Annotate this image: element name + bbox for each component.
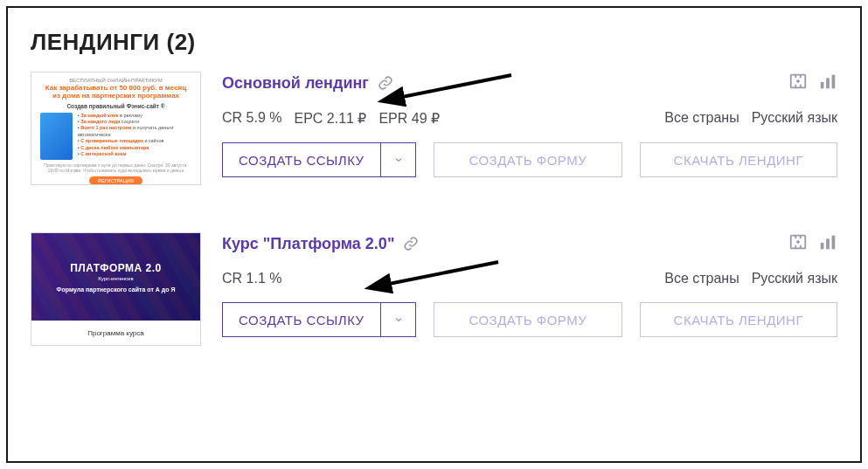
stats-icon[interactable] xyxy=(818,232,837,255)
download-landing-button[interactable]: СКАЧАТЬ ЛЕНДИНГ xyxy=(640,302,837,337)
thumb-pretitle: БЕСПЛАТНЫЙ ОНЛАЙН-ПРАКТИКУМ xyxy=(40,78,191,83)
thumb-footnote: Практикум по партнеркам с нуля до первых… xyxy=(40,162,191,173)
svg-rect-5 xyxy=(821,243,824,249)
link-icon[interactable] xyxy=(403,236,419,252)
thumb-title: ПЛАТФОРМА 2.0 xyxy=(70,262,162,274)
svg-rect-6 xyxy=(826,238,830,249)
thumb-lower: Программа курса xyxy=(31,321,200,345)
tag-countries: Все страны xyxy=(664,271,739,286)
metric-epr: EPR 49 ₽ xyxy=(378,110,440,127)
chevron-down-icon[interactable] xyxy=(380,303,415,336)
tag-language: Русский язык xyxy=(752,110,837,126)
create-form-button[interactable]: СОЗДАТЬ ФОРМУ xyxy=(434,142,622,177)
landing-title-link[interactable]: Основной лендинг xyxy=(222,74,369,93)
thumb-cta: РЕГИСТРАЦИЯ xyxy=(89,176,142,185)
metric-epc: EPC 2.11 ₽ xyxy=(294,110,366,127)
thumb-sub: Курс-интенсив xyxy=(98,276,133,281)
page-title: ЛЕНДИНГИ (2) xyxy=(31,29,837,56)
thumb-subhead: Создав правильный Фэнис-сайт ® xyxy=(40,103,191,109)
thumb-bullets: • За каждый клик в рекламу • За каждого … xyxy=(78,113,191,160)
metric-cr: CR 5.9 % xyxy=(222,110,281,127)
create-link-button[interactable]: СОЗДАТЬ ССЫЛКУ xyxy=(222,302,416,337)
landing-thumbnail[interactable]: ПЛАТФОРМА 2.0 Курс-интенсив Формула парт… xyxy=(31,232,201,346)
svg-rect-1 xyxy=(821,82,824,88)
metric-cr: CR 1.1 % xyxy=(222,271,281,286)
create-form-button[interactable]: СОЗДАТЬ ФОРМУ xyxy=(434,302,622,337)
svg-rect-7 xyxy=(832,236,836,250)
embed-icon[interactable] xyxy=(788,72,808,94)
tag-language: Русский язык xyxy=(752,271,837,286)
landing-card: ПЛАТФОРМА 2.0 Курс-интенсив Формула парт… xyxy=(31,232,837,346)
download-landing-button[interactable]: СКАЧАТЬ ЛЕНДИНГ xyxy=(640,142,837,177)
tag-countries: Все страны xyxy=(664,110,739,126)
link-icon[interactable] xyxy=(378,75,393,91)
thumb-headline: Как зарабатывать от 50 000 руб. в месяц … xyxy=(40,85,191,100)
thumb-tagline: Формула партнерского сайта от А до Я xyxy=(57,286,176,293)
create-link-button[interactable]: СОЗДАТЬ ССЫЛКУ xyxy=(222,142,416,177)
svg-rect-2 xyxy=(826,78,830,88)
embed-icon[interactable] xyxy=(788,232,808,255)
stats-icon[interactable] xyxy=(818,72,837,94)
landing-thumbnail[interactable]: БЕСПЛАТНЫЙ ОНЛАЙН-ПРАКТИКУМ Как зарабаты… xyxy=(31,72,201,185)
landing-card: БЕСПЛАТНЫЙ ОНЛАЙН-ПРАКТИКУМ Как зарабаты… xyxy=(31,72,837,185)
chevron-down-icon[interactable] xyxy=(380,143,415,176)
thumb-book-graphic xyxy=(40,113,73,160)
svg-rect-3 xyxy=(832,75,836,89)
landing-title-link[interactable]: Курс "Платформа 2.0" xyxy=(222,235,394,253)
